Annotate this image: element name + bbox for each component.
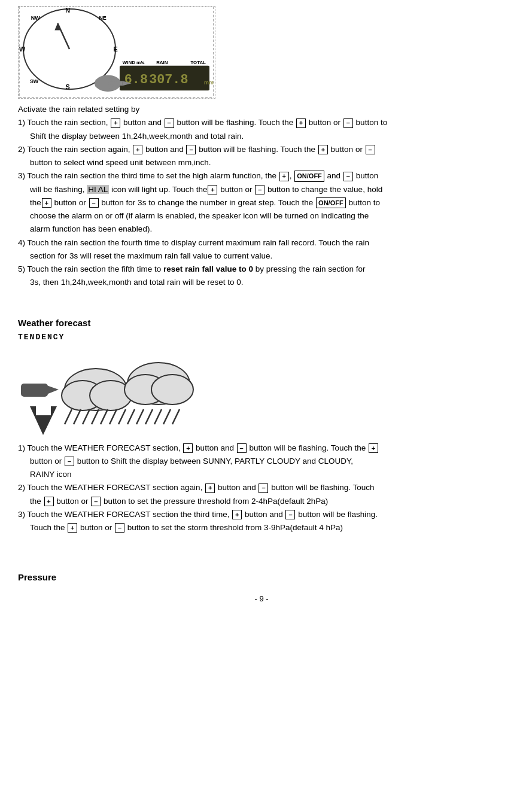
rain-item-3-line2: the+ button or – button for 3s to change…: [18, 197, 505, 209]
svg-text:NE: NE: [99, 15, 106, 21]
page-number: - 9 -: [18, 594, 505, 603]
svg-line-40: [118, 409, 126, 424]
wf-plus-btn-3[interactable]: +: [205, 483, 215, 493]
wf-minus-btn-4[interactable]: –: [91, 497, 101, 506]
pressure-section: Pressure: [18, 572, 505, 582]
svg-rect-26: [21, 384, 48, 397]
rain-cloud-svg: [18, 346, 215, 436]
rain-item-2-indent: button to select wind speed unit between…: [18, 157, 505, 169]
rain-item-3-line4: alarm function has been enabled).: [18, 223, 505, 235]
rain-intro: Activate the rain related setting by: [18, 104, 505, 115]
rain-item-1: 1) Touch the rain section, + button and …: [18, 117, 505, 129]
item-3-number: 3): [18, 171, 25, 180]
svg-text:W: W: [19, 45, 26, 53]
plus-btn-1[interactable]: +: [111, 118, 120, 128]
item-1-number: 1): [18, 118, 25, 127]
svg-text:S: S: [65, 83, 69, 90]
rain-settings-section: Activate the rain related setting by 1) …: [18, 104, 505, 289]
minus-btn-6[interactable]: –: [255, 185, 264, 194]
tendency-label: TENDENCY: [18, 333, 505, 342]
svg-text:E: E: [113, 45, 117, 53]
svg-line-34: [65, 409, 72, 424]
plus-btn-6[interactable]: +: [208, 185, 217, 194]
onoff-btn-1[interactable]: ON/OFF: [294, 171, 324, 182]
svg-text:N: N: [65, 7, 70, 14]
svg-text:TOTAL: TOTAL: [190, 60, 206, 65]
svg-line-38: [101, 409, 108, 424]
wf-item-2-indent1: the + button or – button to set the pres…: [18, 495, 505, 507]
weather-forecast-title: Weather forecast: [18, 318, 505, 328]
wf-item-1: 1) Touch the WEATHER FORECAST section, +…: [18, 442, 505, 454]
wf-minus-btn-3[interactable]: –: [259, 483, 268, 493]
wf-item-2-number: 2): [18, 483, 25, 492]
wf-item-3-number: 3): [18, 510, 25, 519]
wf-minus-btn-6[interactable]: –: [115, 523, 124, 533]
rain-item-3: 3) Touch the rain section the third time…: [18, 170, 505, 182]
wf-item-1-number: 1): [18, 443, 25, 452]
wf-item-1-indent1: button or – button to Shift the display …: [18, 455, 505, 467]
plus-btn-5[interactable]: +: [279, 172, 289, 181]
wf-minus-btn-5[interactable]: –: [285, 510, 295, 519]
svg-line-44: [154, 409, 162, 424]
onoff-btn-2[interactable]: ON/OFF: [316, 197, 346, 209]
svg-line-46: [172, 409, 180, 424]
svg-marker-27: [47, 385, 59, 394]
minus-btn-4[interactable]: –: [366, 145, 375, 154]
svg-text:6.8: 6.8: [124, 72, 148, 87]
svg-text:NW: NW: [31, 15, 40, 21]
minus-btn-5[interactable]: –: [343, 172, 353, 181]
wf-plus-btn-6[interactable]: +: [68, 523, 77, 533]
top-image-area: N S W E NW NE SW SE WIND m/s RAIN TOTAL …: [18, 6, 505, 99]
minus-btn-1[interactable]: –: [165, 118, 174, 128]
svg-text:WIND m/s: WIND m/s: [123, 60, 145, 65]
svg-line-37: [92, 409, 99, 424]
svg-line-9: [57, 23, 69, 49]
wf-minus-btn-1[interactable]: –: [237, 443, 247, 453]
plus-btn-4[interactable]: +: [318, 145, 328, 154]
rain-item-4-indent: section for 3s will reset the maximum ra…: [18, 250, 505, 262]
wf-plus-btn-1[interactable]: +: [183, 443, 193, 453]
wf-item-3-indent1: Touch the + button or – button to set th…: [18, 522, 505, 534]
svg-line-43: [145, 409, 153, 424]
rain-item-1-indent: Shift the display between 1h,24h,week,mo…: [18, 130, 505, 142]
wf-plus-btn-2[interactable]: +: [369, 443, 378, 453]
svg-line-36: [83, 409, 90, 424]
svg-line-45: [163, 409, 171, 424]
minus-btn-3[interactable]: –: [186, 145, 196, 154]
minus-btn-7[interactable]: –: [89, 198, 99, 208]
item-2-number: 2): [18, 145, 25, 154]
hial-highlight: HI AL: [87, 185, 109, 194]
svg-line-39: [110, 409, 117, 424]
svg-point-33: [151, 375, 193, 405]
plus-btn-2[interactable]: +: [296, 118, 306, 128]
rain-item-2: 2) Touch the rain section again, + butto…: [18, 144, 505, 156]
svg-text:RAIN: RAIN: [156, 60, 168, 65]
item-4-number: 4): [18, 238, 25, 247]
wf-item-2: 2) Touch the WEATHER FORECAST section ag…: [18, 482, 505, 494]
weather-station-image: N S W E NW NE SW SE WIND m/s RAIN TOTAL …: [18, 6, 215, 99]
weather-forecast-section: Weather forecast TENDENCY: [18, 318, 505, 534]
wf-item-1-indent2: RAINY icon: [18, 469, 505, 480]
svg-line-42: [136, 409, 144, 424]
wf-item-3: 3) Touch the WEATHER FORECAST section th…: [18, 509, 505, 521]
rain-item-3-line3: choose the alarm on or off (if alarm is …: [18, 210, 505, 222]
wf-minus-btn-2[interactable]: –: [65, 457, 74, 466]
svg-line-41: [127, 409, 135, 424]
plus-btn-7[interactable]: +: [42, 198, 51, 208]
svg-marker-47: [30, 406, 57, 435]
wf-plus-btn-5[interactable]: +: [232, 510, 242, 519]
pressure-title: Pressure: [18, 572, 505, 582]
svg-line-35: [74, 409, 81, 424]
rain-item-5: 5) Touch the rain section the fifth time…: [18, 263, 505, 275]
weather-forecast-text: 1) Touch the WEATHER FORECAST section, +…: [18, 442, 505, 534]
weather-forecast-image: [18, 346, 215, 436]
svg-text:SW: SW: [30, 78, 39, 84]
wf-plus-btn-4[interactable]: +: [44, 497, 54, 506]
rain-item-4: 4) Touch the rain section the fourth tim…: [18, 237, 505, 249]
minus-btn-2[interactable]: –: [343, 118, 353, 128]
rain-item-5-bold: reset rain fall value to 0: [163, 264, 253, 273]
rain-item-3-line1: will be flashing, HI AL icon will light …: [18, 184, 505, 196]
plus-btn-3[interactable]: +: [133, 145, 142, 154]
rain-item-5-indent: 3s, then 1h,24h,week,month and total rai…: [18, 276, 505, 288]
svg-text:307.8: 307.8: [149, 72, 188, 87]
